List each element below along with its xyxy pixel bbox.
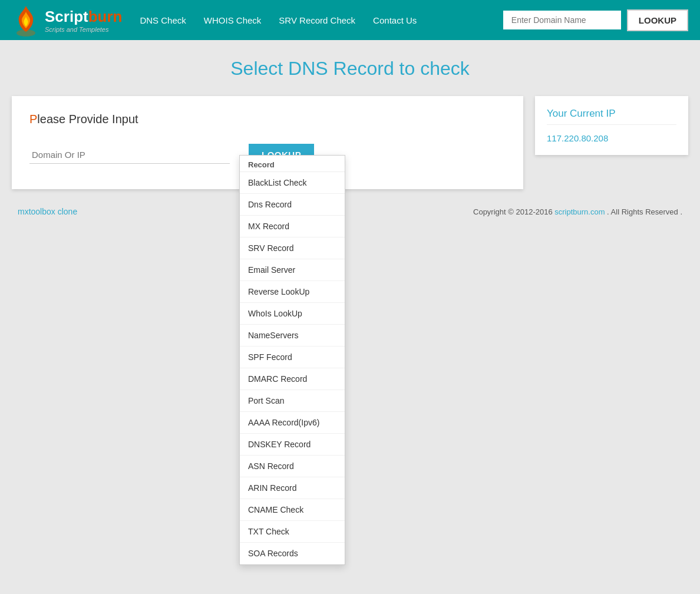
dropdown-item[interactable]: CNAME Check: [240, 499, 345, 521]
domain-input[interactable]: [29, 146, 230, 164]
dropdown-header: Record: [240, 156, 345, 172]
dropdown-menu: Record BlackList CheckDns RecordMX Recor…: [239, 155, 345, 565]
form-card-title: Please Provide Input: [29, 113, 506, 126]
page-title: Select DNS Record to check: [12, 58, 688, 80]
form-row: Record BlackList CheckDns RecordMX Recor…: [29, 144, 506, 166]
content-row: Please Provide Input Record BlackList Ch…: [12, 96, 688, 189]
dropdown-item[interactable]: MX Record: [240, 216, 345, 237]
nav-contact-us[interactable]: Contact Us: [373, 15, 417, 25]
dropdown-item[interactable]: AAAA Record(Ipv6): [240, 412, 345, 434]
nav-domain-input[interactable]: [503, 11, 621, 29]
dropdown-item[interactable]: Email Server: [240, 259, 345, 281]
nav-dns-check[interactable]: DNS Check: [140, 15, 186, 25]
dropdown-item[interactable]: DNSKEY Record: [240, 434, 345, 456]
main-content: Select DNS Record to check Please Provid…: [0, 40, 700, 228]
nav-links: DNS Check WHOIS Check SRV Record Check C…: [140, 15, 503, 25]
dropdown-item[interactable]: SPF Fecord: [240, 346, 345, 368]
ip-card-title: Your Current IP: [547, 108, 676, 125]
footer-row: mxtoolbox clone Copyright © 2012-2016 sc…: [12, 207, 688, 216]
title-p-letter: P: [29, 113, 37, 126]
form-card: Please Provide Input Record BlackList Ch…: [12, 96, 523, 189]
copy-suffix: . All Rights Reserved .: [605, 207, 683, 216]
title-rest: lease Provide Input: [37, 113, 138, 126]
ip-card: Your Current IP 117.220.80.208: [535, 96, 688, 155]
logo-text: Scriptburn Scripts and Templetes: [45, 8, 122, 33]
dropdown-item[interactable]: BlackList Check: [240, 172, 345, 194]
dropdown-item[interactable]: SRV Record: [240, 237, 345, 259]
logo: Scriptburn Scripts and Templetes: [12, 4, 122, 37]
nav-right: LOOKUP: [503, 9, 688, 31]
dropdown-item[interactable]: TXT Check: [240, 521, 345, 543]
footer-copy: Copyright © 2012-2016 scriptburn.com . A…: [473, 207, 682, 216]
dropdown-item[interactable]: SOA Records: [240, 543, 345, 565]
dropdown-item[interactable]: Port Scan: [240, 390, 345, 412]
nav-srv-record-check[interactable]: SRV Record Check: [279, 15, 355, 25]
flame-icon: [12, 4, 40, 37]
logo-sub: Scripts and Templetes: [45, 26, 122, 33]
dropdown-item[interactable]: WhoIs LookUp: [240, 303, 345, 325]
nav-whois-check[interactable]: WHOIS Check: [204, 15, 262, 25]
dropdown-item[interactable]: DMARC Record: [240, 368, 345, 390]
dropdown-item[interactable]: NameServers: [240, 325, 345, 346]
copy-text: Copyright © 2012-2016: [473, 207, 554, 216]
navbar: Scriptburn Scripts and Templetes DNS Che…: [0, 0, 700, 40]
dropdown-item[interactable]: Dns Record: [240, 194, 345, 216]
dropdown-item[interactable]: ASN Record: [240, 456, 345, 477]
mxtoolbox-link[interactable]: mxtoolbox clone: [18, 207, 77, 216]
logo-name: Scriptburn: [45, 8, 122, 26]
dropdown-item[interactable]: Reverse LookUp: [240, 281, 345, 303]
nav-lookup-button[interactable]: LOOKUP: [627, 9, 688, 31]
copy-site-link[interactable]: scriptburn.com: [554, 207, 605, 216]
dropdown-item[interactable]: ARIN Record: [240, 477, 345, 499]
ip-value: 117.220.80.208: [547, 133, 676, 143]
